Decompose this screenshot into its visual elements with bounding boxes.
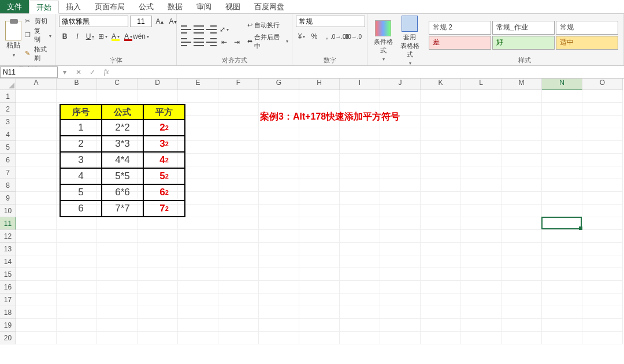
cell[interactable] — [461, 205, 502, 217]
cell[interactable] — [178, 255, 218, 268]
menu-tab-公式[interactable]: 公式 — [132, 0, 161, 13]
cell[interactable] — [340, 166, 380, 179]
cell[interactable] — [138, 281, 178, 294]
underline-button[interactable]: U — [84, 31, 96, 42]
cell[interactable] — [340, 306, 380, 319]
cell[interactable] — [259, 281, 299, 294]
cell[interactable] — [380, 166, 421, 179]
cell[interactable] — [16, 179, 57, 192]
column-header-F[interactable]: F — [218, 79, 259, 90]
font-color-button[interactable]: A — [122, 31, 134, 42]
select-all-corner[interactable] — [0, 79, 16, 90]
cell[interactable] — [340, 268, 380, 281]
cut-button[interactable]: 剪切 — [25, 17, 51, 25]
cell[interactable] — [178, 217, 218, 230]
row-header-3[interactable]: 3 — [0, 116, 16, 128]
cell[interactable] — [340, 281, 380, 294]
cell[interactable] — [542, 192, 582, 205]
cell[interactable] — [299, 332, 340, 344]
cell[interactable] — [138, 268, 178, 281]
cell[interactable] — [299, 319, 340, 332]
cell[interactable] — [340, 319, 380, 332]
cell[interactable] — [97, 243, 138, 255]
cell[interactable] — [421, 281, 461, 294]
column-header-M[interactable]: M — [502, 79, 542, 90]
cell[interactable] — [299, 230, 340, 243]
cell[interactable] — [178, 294, 218, 306]
cell[interactable] — [461, 179, 502, 192]
cell[interactable] — [461, 141, 502, 154]
conditional-format-button[interactable]: 条件格式 — [371, 20, 395, 62]
cell[interactable] — [461, 294, 502, 306]
row-header-19[interactable]: 19 — [0, 319, 16, 332]
cell[interactable] — [57, 90, 97, 103]
cell[interactable] — [218, 154, 259, 166]
column-header-J[interactable]: J — [380, 79, 421, 90]
cell[interactable] — [582, 255, 623, 268]
worksheet[interactable]: ABCDEFGHIJKLMNO 123456789101112131415161… — [0, 79, 624, 344]
cell[interactable] — [97, 281, 138, 294]
menu-tab-文件[interactable]: 文件 — [0, 0, 29, 13]
cell[interactable] — [542, 306, 582, 319]
cell-style-option[interactable]: 适中 — [556, 36, 618, 50]
cell[interactable] — [582, 243, 623, 255]
cell[interactable] — [421, 319, 461, 332]
cell[interactable] — [421, 128, 461, 141]
cell[interactable] — [138, 319, 178, 332]
cell[interactable] — [582, 205, 623, 217]
cell[interactable] — [421, 268, 461, 281]
cell[interactable] — [502, 128, 542, 141]
cell[interactable] — [16, 243, 57, 255]
cell[interactable] — [461, 306, 502, 319]
align-right-button[interactable] — [206, 36, 217, 48]
cell[interactable] — [461, 332, 502, 344]
cell[interactable] — [57, 243, 97, 255]
cell[interactable] — [16, 294, 57, 306]
cell[interactable] — [461, 90, 502, 103]
cell[interactable] — [502, 281, 542, 294]
phonetic-button[interactable]: wén — [135, 31, 147, 42]
cell[interactable] — [218, 179, 259, 192]
cell[interactable] — [502, 255, 542, 268]
cell[interactable] — [299, 141, 340, 154]
cell-style-option[interactable]: 差 — [429, 36, 491, 50]
cell[interactable] — [97, 268, 138, 281]
cell[interactable] — [178, 332, 218, 344]
cell[interactable] — [218, 166, 259, 179]
column-header-L[interactable]: L — [461, 79, 502, 90]
cell[interactable] — [542, 166, 582, 179]
cell[interactable] — [582, 217, 623, 230]
cell[interactable] — [582, 230, 623, 243]
column-header-B[interactable]: B — [57, 79, 97, 90]
cell[interactable] — [259, 90, 299, 103]
cell[interactable] — [380, 294, 421, 306]
column-header-K[interactable]: K — [421, 79, 461, 90]
cell[interactable] — [421, 154, 461, 166]
cell[interactable] — [340, 294, 380, 306]
column-header-N[interactable]: N — [542, 79, 582, 90]
column-header-I[interactable]: I — [340, 79, 380, 90]
indent-left-button[interactable]: ⇤ — [218, 36, 230, 48]
cell[interactable] — [299, 154, 340, 166]
cell[interactable] — [299, 205, 340, 217]
cell[interactable] — [380, 243, 421, 255]
italic-button[interactable]: I — [72, 31, 83, 42]
cell[interactable] — [582, 192, 623, 205]
cell[interactable] — [461, 243, 502, 255]
formula-input[interactable] — [113, 66, 624, 78]
cell[interactable] — [582, 319, 623, 332]
cell[interactable] — [97, 255, 138, 268]
cell[interactable] — [421, 141, 461, 154]
cell[interactable] — [259, 332, 299, 344]
cell[interactable] — [582, 179, 623, 192]
border-button[interactable]: ⊞ — [97, 31, 109, 42]
cell[interactable] — [259, 319, 299, 332]
cell[interactable] — [461, 268, 502, 281]
cell[interactable] — [582, 90, 623, 103]
cell[interactable] — [542, 255, 582, 268]
cell[interactable] — [138, 332, 178, 344]
cell[interactable] — [97, 319, 138, 332]
merge-center-button[interactable]: ⬌ 合并后居中 — [247, 33, 288, 50]
row-header-15[interactable]: 15 — [0, 268, 16, 281]
cell[interactable] — [218, 205, 259, 217]
